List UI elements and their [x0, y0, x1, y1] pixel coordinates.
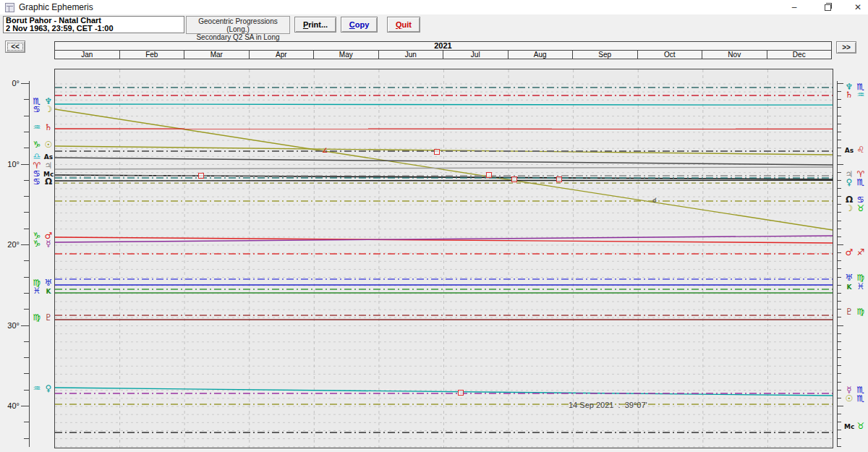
axis-tick — [838, 260, 841, 261]
axis-tick — [24, 99, 29, 100]
axis-tick — [24, 260, 29, 261]
sign-glyph: ♍ — [856, 307, 866, 317]
axis-tick — [838, 398, 841, 398]
sign-glyph: ♍ — [32, 312, 42, 323]
sign-glyph: ♏ — [856, 393, 866, 404]
app-icon — [5, 3, 14, 12]
chart-header: 2021 JanFebMarAprMayJunJulAugSepOctNovDe… — [54, 41, 832, 59]
planet-glyph: ☉ — [844, 393, 854, 404]
axis-tick — [838, 365, 841, 366]
sign-glyph: ♋ — [32, 104, 42, 114]
sign-glyph: ♓ — [856, 281, 866, 293]
planet-glyph: ☿ — [43, 239, 54, 249]
axis-tick — [838, 148, 841, 148]
aspect-marker-square — [486, 172, 492, 178]
axis-tick — [24, 212, 29, 213]
axis-tick — [838, 204, 841, 205]
method-box: Geocentric Progressions (Long.) Secondar… — [186, 16, 290, 34]
axis-tick — [838, 229, 841, 229]
axis-tick — [838, 172, 841, 173]
quit-button[interactable]: Quit — [387, 17, 420, 33]
month-cell: Mar — [184, 51, 249, 59]
axis-tick — [838, 430, 841, 430]
month-cell: Aug — [508, 51, 573, 59]
axis-tick — [24, 373, 29, 374]
aspect-glyph: ∠ — [322, 148, 328, 154]
month-cell: Dec — [767, 51, 832, 59]
left-marker-venus-aquarius: ♒♀ — [32, 383, 54, 393]
sign-glyph: ♋ — [32, 176, 42, 187]
copy-button[interactable]: Copy — [341, 17, 378, 33]
axis-tick — [838, 91, 841, 92]
print-button[interactable]: Print... — [294, 17, 336, 33]
sign-glyph: ♐ — [856, 247, 866, 257]
month-cell: Jan — [55, 51, 119, 59]
degree-label: 0° — [1, 79, 20, 88]
axis-tick — [24, 116, 29, 116]
left-marker-node-cancer: ♋Ω — [32, 176, 54, 187]
date-position-readout: 14 Sep 2021 : 39°07' — [569, 401, 647, 409]
right-marker-venus-scorpio: ♀♏ — [844, 177, 866, 187]
plot-area[interactable]: 14 Sep 2021 : 39°07' ∠☌ — [54, 69, 833, 448]
axis-tick — [24, 277, 29, 278]
axis-tick — [24, 357, 29, 358]
planet-glyph: ♂ — [844, 247, 854, 257]
axis-tick — [838, 140, 841, 140]
axis-tick — [24, 438, 29, 439]
planet-glyph: Mc — [844, 421, 854, 432]
axis-tick — [838, 301, 841, 302]
right-marker-saturn-aquarius: ♄♒ — [844, 90, 866, 100]
sign-glyph: ♉ — [856, 203, 866, 213]
method-line1: Geocentric Progressions (Long.) — [187, 17, 289, 33]
planet-glyph: K — [844, 281, 854, 293]
left-marker-sun-capricorn: ♑☉ — [32, 140, 54, 150]
axis-tick — [24, 132, 29, 132]
planet-glyph: ♇ — [844, 307, 854, 317]
sign-glyph: ♉ — [856, 421, 866, 432]
aspect-marker-square — [511, 176, 517, 182]
title-bar: Graphic Ephemeris – ✕ — [0, 0, 868, 14]
axis-tick — [838, 188, 841, 189]
toolbar: Borut Pahor - Natal Chart 2 Nov 1963, 23… — [0, 14, 868, 36]
month-cell: Jul — [443, 51, 508, 59]
chart-date: 2 Nov 1963, 23:59, CET -1:00 — [6, 25, 182, 33]
axis-tick — [838, 422, 841, 422]
axis-tick — [838, 333, 841, 334]
axis-tick — [838, 317, 841, 317]
restore-button[interactable] — [816, 0, 839, 14]
axis-tick — [24, 309, 29, 310]
axis-tick — [838, 107, 841, 108]
axis-tick — [838, 293, 841, 294]
sign-glyph: ♏ — [856, 177, 866, 187]
sign-glyph: ♑ — [32, 239, 42, 249]
planet-glyph: ☽ — [43, 104, 54, 114]
month-row: JanFebMarAprMayJunJulAugSepOctNovDec — [55, 51, 831, 59]
axis-tick — [838, 196, 841, 197]
close-button[interactable]: ✕ — [846, 0, 868, 14]
axis-tick — [21, 244, 29, 245]
axis-tick — [838, 212, 841, 213]
previous-year-button[interactable]: << — [5, 40, 25, 53]
left-marker-chiron-pisces: ♓K — [32, 286, 54, 297]
axis-tick — [21, 164, 29, 165]
planet-glyph: ♄ — [844, 90, 854, 100]
axis-tick — [838, 390, 841, 391]
axis-tick — [838, 180, 841, 181]
aspect-marker-square — [556, 176, 562, 182]
ephemeris-chart — [55, 69, 833, 448]
ephemeris-line-progressed-node — [55, 180, 833, 181]
axis-tick — [24, 390, 29, 391]
sign-glyph: ♒ — [856, 90, 866, 100]
axis-tick — [838, 349, 841, 350]
axis-tick — [24, 148, 29, 148]
degree-label: 20° — [1, 240, 20, 249]
next-year-button[interactable]: >> — [836, 41, 856, 54]
right-marker-mc-taurus: Mc♉ — [844, 421, 866, 432]
axis-tick — [838, 124, 841, 124]
axis-tick — [21, 406, 29, 406]
axis-tick — [838, 309, 841, 310]
degree-label: 30° — [1, 321, 20, 330]
planet-glyph: ♀ — [43, 383, 54, 393]
minimize-button[interactable]: – — [783, 0, 806, 14]
planet-glyph: As — [844, 145, 854, 156]
